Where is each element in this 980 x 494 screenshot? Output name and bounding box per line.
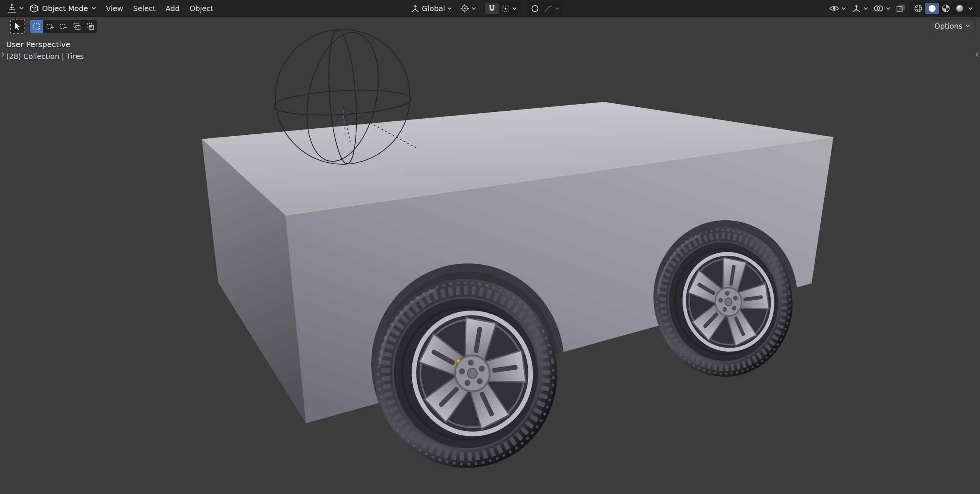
3d-viewport-editor-icon xyxy=(7,3,17,14)
pivot-point-icon xyxy=(460,3,470,13)
chevron-down-icon xyxy=(863,7,869,10)
shading-rendered-button[interactable] xyxy=(953,3,967,14)
snapping-group xyxy=(484,2,520,15)
overlays-circles-icon xyxy=(873,3,884,14)
gizmos-dropdown[interactable] xyxy=(849,2,871,15)
snap-toggle-button[interactable] xyxy=(485,3,499,14)
eye-icon xyxy=(829,3,840,14)
viewport-display-cluster xyxy=(827,0,977,17)
chevron-down-icon xyxy=(968,7,973,10)
magnet-icon xyxy=(487,3,497,13)
rendered-sphere-icon xyxy=(955,3,965,13)
mode-label: Object Mode xyxy=(42,4,88,13)
select-mode-group xyxy=(30,20,97,33)
tool-settings-bar: Options xyxy=(0,17,980,35)
select-mode-set[interactable] xyxy=(30,20,43,33)
shading-mode-group xyxy=(910,2,975,15)
falloff-curve-icon xyxy=(544,4,553,13)
chevron-down-icon xyxy=(841,7,846,10)
options-dropdown-button[interactable]: Options xyxy=(929,20,975,32)
object-origin-dot[interactable] xyxy=(456,359,460,363)
shading-wireframe-button[interactable] xyxy=(911,3,925,14)
cube-icon xyxy=(29,3,39,13)
select-mode-extend[interactable] xyxy=(43,20,57,33)
chevron-down-icon xyxy=(512,7,517,10)
select-invert-icon xyxy=(72,22,82,31)
chevron-down-icon xyxy=(555,7,560,10)
viewport-breadcrumb: (28) Collection | Tires xyxy=(6,52,84,61)
chevron-down-icon xyxy=(91,7,96,10)
transform-orientation-dropdown[interactable]: Global xyxy=(408,2,454,15)
select-subtract-icon xyxy=(59,22,68,31)
overlays-dropdown[interactable] xyxy=(871,2,893,15)
select-intersect-icon xyxy=(86,22,95,31)
transform-snap-cluster: Global xyxy=(408,0,565,17)
editor-type-dropdown[interactable] xyxy=(5,2,26,15)
snap-to-icon xyxy=(501,4,510,13)
menu-add[interactable]: Add xyxy=(160,0,185,17)
chevron-down-icon xyxy=(965,24,970,28)
chevron-down-icon xyxy=(19,7,24,10)
solid-sphere-icon xyxy=(927,3,937,13)
options-label: Options xyxy=(934,22,962,30)
select-mode-invert[interactable] xyxy=(70,20,83,33)
select-mode-intersect[interactable] xyxy=(83,20,97,33)
sidebar-expand-arrow[interactable]: ‹ xyxy=(975,49,979,60)
view-perspective-label: User Perspective xyxy=(6,40,70,49)
menu-view[interactable]: View xyxy=(101,0,128,17)
viewport-3d-canvas[interactable] xyxy=(0,0,980,494)
cursor-arrow-icon xyxy=(13,21,23,31)
xray-toggle-button[interactable] xyxy=(893,2,908,15)
viewport-header: Object Mode View Select Add Object Globa… xyxy=(0,0,980,17)
active-tool-button-tweak[interactable] xyxy=(10,19,25,34)
object-visibility-dropdown[interactable] xyxy=(827,2,848,15)
snap-target-dropdown[interactable] xyxy=(499,3,519,14)
proportional-falloff-dropdown[interactable] xyxy=(542,3,562,14)
chevron-down-icon xyxy=(447,7,452,10)
wireframe-sphere-icon xyxy=(913,3,923,13)
shading-solid-button[interactable] xyxy=(925,3,939,14)
chevron-down-icon xyxy=(471,7,477,10)
shading-material-button[interactable] xyxy=(939,3,953,14)
toolbar-expand-arrow[interactable]: › xyxy=(1,49,5,60)
global-axes-icon xyxy=(410,3,420,14)
blender-window: Object Mode View Select Add Object Globa… xyxy=(0,0,980,494)
select-extend-icon xyxy=(46,22,55,31)
select-set-icon xyxy=(32,22,41,31)
mode-dropdown[interactable]: Object Mode xyxy=(29,3,96,13)
orientation-label: Global xyxy=(422,4,445,13)
pivot-point-dropdown[interactable] xyxy=(458,2,479,15)
menu-object[interactable]: Object xyxy=(185,0,218,17)
proportional-editing-toggle[interactable] xyxy=(528,3,542,14)
gizmo-arrows-icon xyxy=(851,3,862,14)
xray-icon xyxy=(895,3,906,14)
material-sphere-icon xyxy=(941,3,951,13)
select-mode-subtract[interactable] xyxy=(57,20,70,33)
proportional-circle-icon xyxy=(530,4,540,13)
menu-select[interactable]: Select xyxy=(128,0,161,17)
chevron-down-icon xyxy=(885,7,891,10)
proportional-editing-group xyxy=(527,2,563,15)
